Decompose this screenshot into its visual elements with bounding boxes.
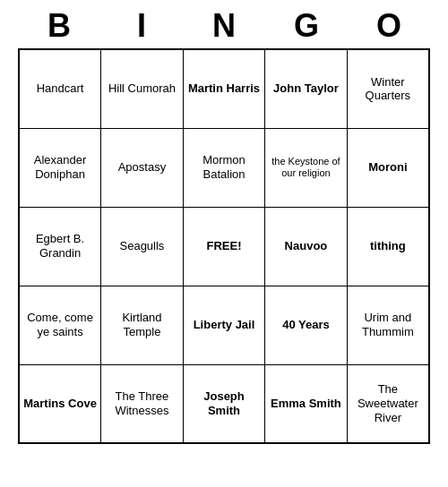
- letter-i: I: [102, 7, 181, 45]
- bingo-cell: Kirtland Temple: [101, 286, 184, 364]
- bingo-cell: Handcart: [19, 49, 101, 128]
- bingo-cell: Moroni: [347, 128, 429, 207]
- bingo-header: B I N G O: [18, 0, 430, 48]
- bingo-cell: the Keystone of our religion: [265, 128, 347, 207]
- bingo-cell: Mormon Batalion: [183, 128, 264, 207]
- letter-b: B: [20, 7, 99, 45]
- table-row: Come, come ye saintsKirtland TempleLiber…: [19, 286, 429, 364]
- bingo-cell: Nauvoo: [265, 207, 347, 286]
- bingo-cell: The Three Witnesses: [101, 364, 184, 443]
- bingo-cell: Apostasy: [101, 128, 184, 207]
- table-row: Egbert B. GrandinSeagullsFREE!Nauvootith…: [19, 207, 429, 286]
- bingo-cell: John Taylor: [265, 49, 347, 128]
- table-row: Martins CoveThe Three WitnessesJoseph Sm…: [19, 364, 429, 443]
- bingo-cell: The Sweetwater River: [347, 364, 429, 443]
- bingo-cell: Seagulls: [101, 207, 184, 286]
- letter-o: O: [349, 7, 428, 45]
- table-row: HandcartHill CumorahMartin HarrisJohn Ta…: [19, 49, 429, 128]
- bingo-cell: Urim and Thummim: [347, 286, 429, 364]
- letter-n: N: [185, 7, 263, 45]
- letter-g: G: [267, 7, 346, 45]
- bingo-cell: Martins Cove: [19, 364, 101, 443]
- bingo-cell: Come, come ye saints: [19, 286, 101, 364]
- bingo-cell: Martin Harris: [183, 49, 264, 128]
- bingo-cell: Joseph Smith: [183, 364, 264, 443]
- bingo-cell: 40 Years: [265, 286, 347, 364]
- bingo-cell: Hill Cumorah: [101, 49, 184, 128]
- bingo-grid: HandcartHill CumorahMartin HarrisJohn Ta…: [18, 48, 430, 444]
- bingo-cell: Emma Smith: [265, 364, 347, 443]
- bingo-cell: Alexander Doniphan: [19, 128, 101, 207]
- bingo-cell: tithing: [347, 207, 429, 286]
- bingo-cell: Liberty Jail: [183, 286, 264, 364]
- bingo-cell: Egbert B. Grandin: [19, 207, 101, 286]
- bingo-cell: Winter Quarters: [347, 49, 429, 128]
- bingo-cell: FREE!: [183, 207, 264, 286]
- table-row: Alexander DoniphanApostasyMormon Batalio…: [19, 128, 429, 207]
